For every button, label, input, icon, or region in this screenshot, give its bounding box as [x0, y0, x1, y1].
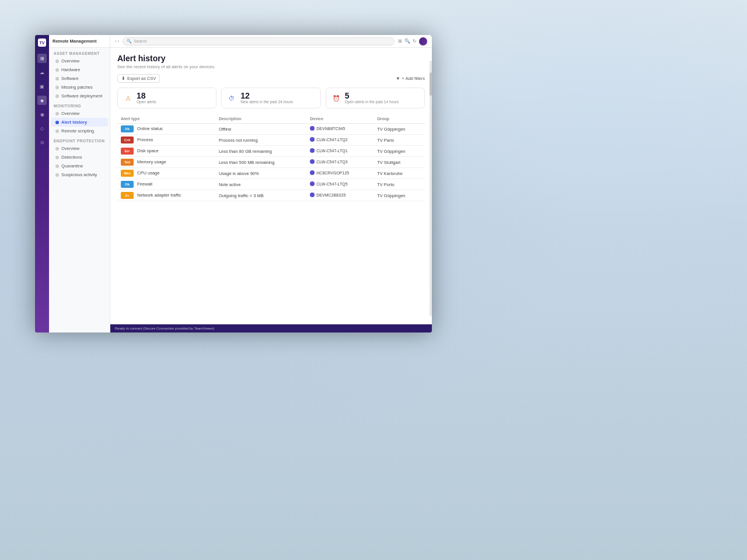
sidebar-icon-cloud[interactable]: ☁	[37, 68, 47, 77]
device-indicator	[310, 126, 315, 131]
device-indicator	[310, 181, 315, 186]
cell-group: TV Göppingen	[374, 124, 425, 135]
alert-type-label: CPU usage	[137, 170, 159, 176]
sidebar-icon-network[interactable]: ◇	[37, 124, 47, 133]
main-content: ‹ › 🔍 Search ⊞ 🔍 ↻ Alert hist	[110, 35, 432, 332]
nav-dot	[55, 68, 59, 72]
nav-dot	[55, 77, 59, 80]
user-avatar[interactable]	[419, 37, 427, 46]
cell-device: CLW-C547-LTQ2	[306, 135, 374, 146]
status-bar: Ready to connect (Secure Connection prov…	[110, 324, 432, 332]
content-area: Alert history See the recent history of …	[110, 48, 432, 324]
cell-description: Process not running	[215, 135, 306, 146]
col-alert-type[interactable]: Alert type	[117, 114, 215, 124]
cell-alert-type: Std Memory usage	[117, 157, 215, 168]
cell-group: TV Göppingen	[374, 146, 425, 157]
sidebar-item-overview-asset[interactable]: Overview	[51, 57, 108, 65]
section-asset-management: ASSET MANAGEMENT	[49, 48, 110, 57]
scrollbar[interactable]	[430, 61, 432, 316]
stat-label-new: New alerts in the past 24 hours	[240, 100, 293, 104]
grid-icon[interactable]: ⊞	[398, 38, 402, 44]
sidebar-icon-home[interactable]: ⊞	[37, 54, 47, 63]
table-row[interactable]: Wrn CPU usage Usage is above 90% HC8CRVG…	[117, 168, 425, 179]
col-description[interactable]: Description	[215, 114, 306, 124]
search-bar[interactable]: 🔍 Search	[123, 37, 395, 46]
cell-alert-type: Crit Process	[117, 135, 215, 146]
scroll-thumb[interactable]	[430, 72, 432, 96]
stat-num-open: 18	[137, 92, 156, 100]
sidebar-title: Remote Management	[53, 38, 96, 44]
nav-dot-active	[55, 121, 59, 124]
cell-group: TV Paris	[374, 135, 425, 146]
table-row[interactable]: Std Memory usage Less than 500 MB remain…	[117, 157, 425, 168]
export-csv-button[interactable]: ⬇ Export as CSV	[117, 74, 160, 83]
nav-dot	[55, 156, 59, 159]
device-name: HC8CRVGOP125	[316, 171, 349, 175]
nav-dot	[55, 86, 59, 89]
cell-device: CLW-C547-LTQ1	[306, 146, 374, 157]
sidebar-item-overview-monitoring[interactable]: Overview	[51, 109, 108, 118]
clock-icon: ⏱	[226, 93, 237, 103]
stat-num-new: 12	[240, 92, 293, 100]
table-row[interactable]: Err Disk space Less than 80 GB remaining…	[117, 146, 425, 157]
cell-device: CLW-C547-LTQ5	[306, 179, 374, 190]
nav-dot	[55, 112, 59, 116]
sidebar-icon-monitor[interactable]: ◈	[37, 96, 47, 105]
severity-badge: Ok	[121, 181, 134, 188]
icon-sidebar: TV ⊞ ☁ ▣ ◈ ◉ ◇ ⊙	[35, 35, 49, 332]
timer-icon: ⏰	[331, 93, 341, 103]
cell-group: TV Porto	[374, 179, 425, 190]
alert-table: Alert type Description Device Group Ok O…	[117, 114, 425, 201]
device-name: CLW-C547-LTQ2	[316, 138, 347, 142]
table-row[interactable]: Crit Process Process not running CLW-C54…	[117, 135, 425, 146]
table-row[interactable]: 2+ Network adapter traffic Outgoing traf…	[117, 190, 425, 201]
device-name: DEVMC2BE025	[316, 193, 345, 197]
download-icon: ⬇	[121, 76, 125, 81]
forward-arrow-icon[interactable]: ›	[118, 38, 120, 44]
sidebar-item-remote-scripting[interactable]: Remote scripting	[51, 127, 108, 135]
sidebar-icon-shield[interactable]: ◉	[37, 110, 47, 119]
device-name: CLW-C547-LTQ3	[316, 160, 347, 164]
alert-type-label: Process	[137, 137, 153, 142]
cell-alert-type: Err Disk space	[117, 146, 215, 157]
severity-badge: Wrn	[121, 170, 134, 177]
back-arrow-icon[interactable]: ‹	[115, 38, 117, 44]
sidebar-item-alert-history[interactable]: Alert history	[51, 118, 108, 127]
col-group[interactable]: Group	[374, 114, 425, 124]
sidebar-item-missing-patches[interactable]: Missing patches	[51, 83, 108, 92]
severity-badge: Err	[121, 148, 134, 155]
sidebar-item-suspicious-activity[interactable]: Suspicious activity	[51, 170, 108, 179]
table-row[interactable]: Ok Firewall Note active CLW-C547-LTQ5 TV…	[117, 179, 425, 190]
nav-sidebar: Remote Management ASSET MANAGEMENT Overv…	[49, 35, 110, 332]
sidebar-item-software-deployment[interactable]: Software deployment	[51, 92, 108, 100]
toolbar: ⬇ Export as CSV ▼ + Add filters	[117, 74, 425, 83]
refresh-icon[interactable]: ↻	[413, 38, 417, 44]
app-logo: TV	[38, 38, 46, 47]
stat-new-alerts: ⏱ 12 New alerts in the past 24 hours	[221, 88, 320, 108]
severity-badge: Crit	[121, 136, 134, 144]
device-indicator	[310, 148, 315, 153]
sidebar-item-software[interactable]: Software	[51, 74, 108, 83]
sidebar-icon-devices[interactable]: ▣	[37, 82, 47, 91]
col-device[interactable]: Device	[306, 114, 374, 124]
severity-badge: Ok	[121, 125, 134, 132]
sidebar-item-detections[interactable]: Detections	[51, 153, 108, 162]
stat-recent-open: ⏰ 5 Open alerts in the past 14 hours	[326, 88, 425, 108]
device-indicator	[310, 192, 315, 197]
page-title: Alert history	[117, 54, 425, 63]
cell-description: Usage is above 90%	[215, 168, 306, 179]
severity-badge: 2+	[121, 192, 134, 199]
sidebar-icon-settings[interactable]: ⊙	[37, 138, 47, 147]
status-text: Ready to connect (Secure Connection prov…	[115, 327, 215, 330]
sidebar-item-overview-endpoint[interactable]: Overview	[51, 144, 108, 153]
cell-description: Less than 500 MB remaining	[215, 157, 306, 168]
add-filters-button[interactable]: ▼ + Add filters	[396, 76, 425, 81]
table-row[interactable]: Ok Online status Offline DEVNB8TC945 TV …	[117, 124, 425, 135]
section-monitoring: MONITORING	[49, 100, 110, 109]
sidebar-item-quarantine[interactable]: Quarantine	[51, 162, 108, 170]
sidebar-item-hardware[interactable]: Hardware	[51, 65, 108, 74]
page-subtitle: See the recent history of all alerts on …	[117, 64, 425, 69]
alert-type-label: Online status	[137, 126, 163, 131]
search-icon-top[interactable]: 🔍	[404, 38, 410, 44]
cell-group: TV Stuttgart	[374, 157, 425, 168]
